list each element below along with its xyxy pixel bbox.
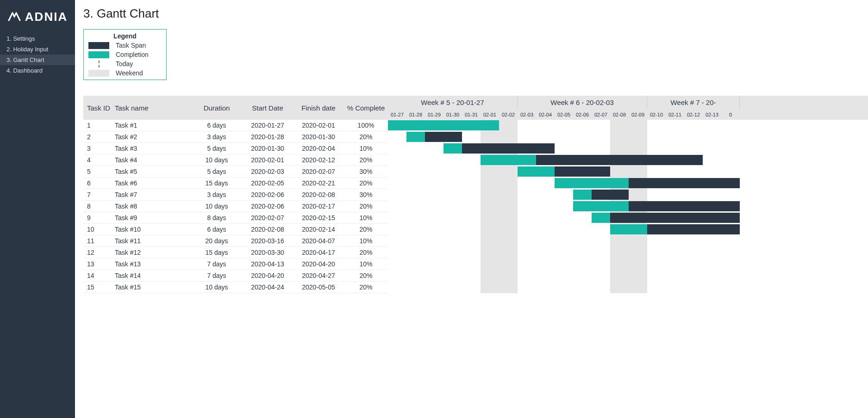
gantt-bar-completion[interactable]: [592, 213, 610, 223]
gantt-bar-completion[interactable]: [518, 166, 555, 177]
gantt-cell: [518, 282, 536, 293]
col-header-task-id[interactable]: Task ID: [83, 104, 115, 112]
table-row[interactable]: 5Task #55 days2020-02-032020-02-0730%: [83, 166, 388, 178]
cell-task-name: Task #2: [115, 133, 191, 141]
gantt-cell: [555, 282, 573, 293]
gantt-cell: [666, 120, 684, 131]
cell-percent-complete: 20%: [344, 272, 388, 279]
table-row[interactable]: 1Task #16 days2020-01-272020-02-01100%: [83, 120, 388, 131]
gantt-row: [388, 224, 868, 235]
main-content: 3. Gantt Chart Legend Task Span Completi…: [75, 0, 868, 418]
gantt-cell: [666, 189, 684, 201]
gantt-row: [388, 258, 868, 270]
gantt-cell: [592, 235, 610, 247]
cell-percent-complete: 20%: [344, 203, 388, 210]
gantt-cell: [536, 212, 555, 224]
cell-finish-date: 2020-04-20: [293, 260, 344, 268]
table-row[interactable]: 10Task #106 days2020-02-082020-02-1420%: [83, 224, 388, 235]
col-header-finish-date[interactable]: Finish date: [293, 104, 344, 112]
table-row[interactable]: 6Task #615 days2020-02-052020-02-2120%: [83, 178, 388, 189]
gantt-cell: [425, 189, 443, 201]
table-row[interactable]: 12Task #1215 days2020-03-302020-04-1720%: [83, 247, 388, 258]
table-row[interactable]: 3Task #35 days2020-01-302020-02-0410%: [83, 143, 388, 154]
gantt-cell: [721, 120, 740, 131]
cell-task-id: 14: [83, 272, 115, 279]
swatch-weekend: [88, 70, 109, 77]
gantt-cell: [684, 131, 703, 143]
gantt-cell: [555, 201, 573, 212]
gantt-cell: [666, 282, 684, 293]
gantt-cell: [499, 235, 518, 247]
gantt-bar-completion[interactable]: [573, 201, 629, 211]
gantt-cell: [388, 247, 406, 258]
table-row[interactable]: 8Task #810 days2020-02-062020-02-1720%: [83, 201, 388, 212]
nav-item[interactable]: 2. Holiday Input: [0, 44, 75, 55]
col-header-percent-complete[interactable]: % Complete: [344, 104, 388, 112]
gantt-cell: [481, 235, 499, 247]
gantt-cell: [555, 131, 573, 143]
gantt-header: Week # 5 - 20-01-27Week # 6 - 20-02-03We…: [388, 96, 868, 120]
table-row[interactable]: 13Task #137 days2020-04-132020-04-2010%: [83, 258, 388, 270]
legend-label-completion: Completion: [116, 51, 149, 58]
task-table-header: Task ID Task name Duration Start Date Fi…: [83, 96, 388, 120]
gantt-cell: [481, 201, 499, 212]
table-row[interactable]: 14Task #147 days2020-04-202020-04-2720%: [83, 270, 388, 282]
gantt-cell: [573, 235, 592, 247]
nav-item[interactable]: 1. Settings: [0, 33, 75, 44]
table-row[interactable]: 4Task #410 days2020-02-012020-02-1220%: [83, 154, 388, 166]
cell-percent-complete: 100%: [344, 122, 388, 129]
table-row[interactable]: 11Task #1120 days2020-03-162020-04-0710%: [83, 235, 388, 247]
gantt-bar-completion[interactable]: [610, 224, 647, 234]
gantt-bar-span[interactable]: [592, 213, 740, 223]
gantt-cell: [462, 154, 481, 166]
col-header-duration[interactable]: Duration: [191, 104, 242, 112]
gantt-cell: [703, 235, 721, 247]
col-header-start-date[interactable]: Start Date: [242, 104, 293, 112]
cell-start-date: 2020-02-07: [242, 214, 293, 221]
gantt-cell: [443, 235, 462, 247]
nav-item[interactable]: 4. Dashboard: [0, 65, 75, 76]
gantt-cell: [443, 154, 462, 166]
cell-start-date: 2020-02-05: [242, 179, 293, 187]
gantt-bar-completion[interactable]: [573, 190, 592, 200]
gantt-week-cell: Week # 5 - 20-01-27: [388, 96, 518, 110]
cell-task-id: 8: [83, 203, 115, 210]
nav-item[interactable]: 3. Gantt Chart: [0, 55, 75, 65]
gantt-cell: [684, 247, 703, 258]
gantt-bar-completion[interactable]: [481, 155, 536, 165]
table-row[interactable]: 7Task #73 days2020-02-062020-02-0830%: [83, 189, 388, 201]
cell-percent-complete: 20%: [344, 156, 388, 164]
cell-start-date: 2020-01-28: [242, 133, 293, 141]
gantt-cell: [481, 258, 499, 270]
gantt-cell: [499, 270, 518, 282]
gantt-cell: [536, 282, 555, 293]
cell-task-name: Task #14: [115, 272, 191, 279]
gantt-cell: [388, 258, 406, 270]
gantt-cell: [721, 235, 740, 247]
gantt-day-cell: 01-31: [462, 110, 481, 120]
gantt-cell: [499, 282, 518, 293]
gantt-cell: [647, 247, 666, 258]
gantt-cell: [703, 270, 721, 282]
legend-row-task-span: Task Span: [84, 41, 166, 50]
col-header-task-name[interactable]: Task name: [115, 104, 191, 112]
gantt-bar-completion[interactable]: [388, 120, 499, 130]
gantt-bar-completion[interactable]: [443, 143, 462, 154]
gantt-cell: [647, 258, 666, 270]
table-row[interactable]: 9Task #98 days2020-02-072020-02-1510%: [83, 212, 388, 224]
cell-task-name: Task #1: [115, 122, 191, 129]
table-row[interactable]: 2Task #23 days2020-01-282020-01-3020%: [83, 131, 388, 143]
gantt-cell: [592, 247, 610, 258]
table-row[interactable]: 15Task #1510 days2020-04-242020-05-0520%: [83, 282, 388, 293]
cell-task-id: 13: [83, 260, 115, 268]
gantt-cell: [721, 143, 740, 154]
gantt-day-cell: 02-10: [647, 110, 666, 120]
gantt-cell: [536, 224, 555, 235]
legend-label-today: Today: [116, 60, 133, 68]
cell-start-date: 2020-03-16: [242, 237, 293, 245]
gantt-cell: [481, 212, 499, 224]
gantt-cell: [518, 224, 536, 235]
gantt-bar-completion[interactable]: [406, 132, 425, 142]
gantt-cell: [573, 247, 592, 258]
gantt-bar-completion[interactable]: [555, 178, 629, 188]
